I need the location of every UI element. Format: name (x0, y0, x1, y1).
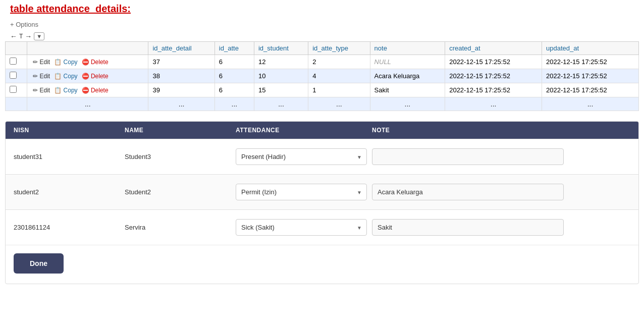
top-section: table attendance_details: + Options ← T … (0, 0, 644, 116)
form-col-note: NOTE (372, 127, 630, 134)
form-row: 2301861124ServiraPresent (Hadir)Permit (… (6, 209, 638, 245)
form-header: NISN NAME ATTENDANCE NOTE (6, 122, 638, 139)
form-rows-container: student31Student3Present (Hadir)Permit (… (6, 139, 638, 245)
cell-id-student: 12 (254, 55, 308, 69)
cell-id: 38 (148, 69, 214, 83)
table-row: ✏ Edit📋 Copy⛔ Delete376122NULL2022-12-15… (6, 55, 639, 69)
row-checkbox[interactable] (10, 86, 17, 93)
edit-button[interactable]: ✏ Edit (31, 72, 51, 80)
page-title: table attendance_details: (5, 0, 639, 19)
col-updated-at[interactable]: updated_at (542, 42, 639, 55)
done-button[interactable]: Done (14, 253, 64, 274)
cell-updated-at: 2022-12-15 17:25:52 (542, 83, 639, 97)
table-row: ✏ Edit📋 Copy⛔ Delete386104Acara Keluarga… (6, 69, 639, 83)
arrow-right-icon[interactable]: → (25, 32, 32, 40)
cell-id: 37 (148, 55, 214, 69)
edit-button[interactable]: ✏ Edit (31, 58, 51, 66)
col-actions (27, 42, 148, 55)
col-checkbox (6, 42, 27, 55)
cell-updated-at: 2022-12-15 17:25:52 (542, 69, 639, 83)
form-row: student2Student2Present (Hadir)Permit (I… (6, 174, 638, 209)
row-checkbox[interactable] (10, 58, 17, 65)
cell-id-atte-type: 1 (308, 83, 370, 97)
edit-button[interactable]: ✏ Edit (31, 86, 51, 94)
cell-created-at: 2022-12-15 17:25:52 (445, 69, 542, 83)
cell-id-student: 10 (254, 69, 308, 83)
db-table: id_atte_detail id_atte id_student id_att… (5, 41, 639, 111)
note-input[interactable] (372, 148, 564, 165)
attendance-select-wrapper: Present (Hadir)Permit (Izin)Sick (Sakit)… (236, 184, 367, 200)
copy-button[interactable]: 📋 Copy (52, 86, 79, 94)
form-col-name: NAME (125, 127, 236, 134)
cell-note: Sakit (370, 83, 445, 97)
row-checkbox[interactable] (10, 72, 17, 79)
sort-icon[interactable]: T (19, 33, 23, 40)
ellipsis-row: ........................ (6, 97, 639, 111)
table-header-row: id_atte_detail id_atte id_student id_att… (6, 42, 639, 55)
cell-id-atte: 6 (214, 83, 254, 97)
attendance-select[interactable]: Present (Hadir)Permit (Izin)Sick (Sakit)… (236, 219, 367, 236)
form-col-nisn: NISN (14, 127, 125, 134)
form-nisn: student2 (14, 188, 125, 196)
page-wrapper: table attendance_details: + Options ← T … (0, 0, 644, 325)
options-link[interactable]: + Options (10, 21, 38, 28)
table-row: ✏ Edit📋 Copy⛔ Delete396151Sakit2022-12-1… (6, 83, 639, 97)
copy-button[interactable]: 📋 Copy (52, 72, 79, 80)
note-input[interactable] (372, 219, 564, 236)
cell-id-atte-type: 2 (308, 55, 370, 69)
cell-updated-at: 2022-12-15 17:25:52 (542, 55, 639, 69)
form-nisn: 2301861124 (14, 224, 125, 231)
bottom-section: NISN NAME ATTENDANCE NOTE student31Stude… (5, 121, 639, 284)
cell-id-atte: 6 (214, 69, 254, 83)
delete-button[interactable]: ⛔ Delete (80, 72, 110, 80)
cell-note: NULL (370, 55, 445, 69)
options-row: + Options (5, 19, 639, 30)
attendance-select[interactable]: Present (Hadir)Permit (Izin)Sick (Sakit)… (236, 184, 367, 200)
arrow-left-icon[interactable]: ← (10, 32, 17, 40)
col-id-atte-detail[interactable]: id_atte_detail (148, 42, 214, 55)
col-created-at[interactable]: created_at (445, 42, 542, 55)
delete-button[interactable]: ⛔ Delete (80, 58, 110, 66)
done-btn-row: Done (6, 245, 638, 284)
copy-button[interactable]: 📋 Copy (52, 58, 79, 66)
attendance-select[interactable]: Present (Hadir)Permit (Izin)Sick (Sakit)… (236, 148, 367, 165)
form-student-name: Student3 (125, 153, 236, 160)
cell-id-atte-type: 4 (308, 69, 370, 83)
form-col-attendance: ATTENDANCE (236, 127, 372, 134)
form-nisn: student31 (14, 153, 125, 160)
cell-id-atte: 6 (214, 55, 254, 69)
note-input[interactable] (372, 184, 564, 200)
delete-button[interactable]: ⛔ Delete (80, 86, 110, 94)
table-controls: ← T → ▼ (5, 30, 639, 40)
col-id-atte-type[interactable]: id_atte_type (308, 42, 370, 55)
attendance-select-wrapper: Present (Hadir)Permit (Izin)Sick (Sakit)… (236, 148, 367, 165)
form-student-name: Servira (125, 224, 236, 231)
cell-id: 39 (148, 83, 214, 97)
col-id-student[interactable]: id_student (254, 42, 308, 55)
form-row: student31Student3Present (Hadir)Permit (… (6, 139, 638, 174)
cell-created-at: 2022-12-15 17:25:52 (445, 83, 542, 97)
col-id-atte[interactable]: id_atte (214, 42, 254, 55)
cell-id-student: 15 (254, 83, 308, 97)
col-note[interactable]: note (370, 42, 445, 55)
cell-note: Acara Keluarga (370, 69, 445, 83)
attendance-select-wrapper: Present (Hadir)Permit (Izin)Sick (Sakit)… (236, 219, 367, 236)
form-student-name: Student2 (125, 188, 236, 196)
cell-created-at: 2022-12-15 17:25:52 (445, 55, 542, 69)
filter-button[interactable]: ▼ (34, 32, 44, 40)
